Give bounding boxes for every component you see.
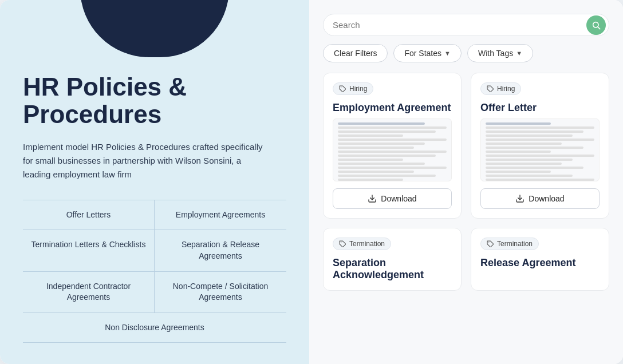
- doc-card-employment-agreement: Hiring Employment Agreement: [323, 73, 462, 219]
- policy-item: Independent Contractor Agreements: [23, 272, 155, 313]
- left-panel: HR Policies & Procedures Implement model…: [0, 0, 309, 364]
- chevron-down-icon: ▼: [516, 50, 522, 57]
- download-icon: [515, 194, 525, 203]
- search-box: [323, 14, 609, 36]
- with-tags-button[interactable]: With Tags ▼: [467, 44, 533, 62]
- download-button[interactable]: Download: [333, 188, 452, 209]
- card-tag: Hiring: [349, 85, 367, 93]
- card-tag: Hiring: [497, 85, 515, 93]
- for-states-button[interactable]: For States ▼: [393, 44, 461, 62]
- download-icon: [368, 194, 377, 203]
- deco-shape: [80, 0, 229, 57]
- policy-item: Offer Letters: [23, 200, 155, 231]
- with-tags-label: With Tags: [478, 49, 513, 58]
- doc-card-release-agreement: Termination Release Agreement: [471, 228, 609, 291]
- tag-icon: [339, 85, 346, 93]
- doc-card-offer-letter: Hiring Offer Letter: [471, 73, 609, 219]
- tag-badge: Hiring: [480, 82, 521, 95]
- card-title: Release Agreement: [480, 257, 600, 269]
- policy-item-full: Non Disclosure Agreements: [23, 313, 286, 343]
- tag-badge: Termination: [333, 238, 391, 250]
- search-icon: [592, 21, 601, 30]
- card-title: Offer Letter: [480, 102, 600, 114]
- card-preview: [333, 118, 452, 181]
- card-title: Employment Agreement: [333, 102, 452, 114]
- search-row: [323, 14, 609, 36]
- clear-filters-label: Clear Filters: [334, 49, 377, 58]
- download-label: Download: [529, 194, 564, 203]
- search-button[interactable]: [586, 15, 606, 35]
- page-title: HR Policies & Procedures: [23, 73, 286, 129]
- svg-line-1: [598, 27, 600, 29]
- tag-badge: Termination: [480, 238, 539, 250]
- tag-icon: [339, 240, 346, 248]
- main-card: HR Policies & Procedures Implement model…: [0, 0, 623, 364]
- chevron-down-icon: ▼: [444, 50, 451, 57]
- tag-badge: Hiring: [333, 82, 373, 95]
- tag-icon: [487, 85, 494, 93]
- download-label: Download: [381, 194, 416, 203]
- right-panel: Clear Filters For States ▼ With Tags ▼ H…: [309, 0, 623, 364]
- tag-icon: [487, 240, 494, 248]
- card-preview: [480, 118, 600, 181]
- for-states-label: For States: [404, 49, 441, 58]
- cards-grid: Hiring Employment Agreement: [323, 73, 609, 291]
- search-input[interactable]: [323, 14, 609, 36]
- card-tag: Termination: [497, 240, 533, 248]
- filter-row: Clear Filters For States ▼ With Tags ▼: [323, 44, 609, 62]
- policy-grid: Offer Letters Employment Agreements Term…: [23, 200, 286, 343]
- card-title: Separation Acknowledgement: [333, 257, 452, 281]
- clear-filters-button[interactable]: Clear Filters: [323, 44, 388, 62]
- policy-item: Employment Agreements: [155, 200, 286, 231]
- policy-item: Non-Compete / Solicitation Agreements: [155, 272, 286, 313]
- page-description: Implement model HR Policies & Procedures…: [23, 140, 263, 181]
- card-tag: Termination: [349, 240, 385, 248]
- download-button[interactable]: Download: [480, 188, 600, 209]
- doc-card-separation-acknowledgement: Termination Separation Acknowledgement: [323, 228, 462, 291]
- policy-item: Separation & Release Agreements: [155, 230, 286, 271]
- policy-item: Termination Letters & Checklists: [23, 230, 155, 271]
